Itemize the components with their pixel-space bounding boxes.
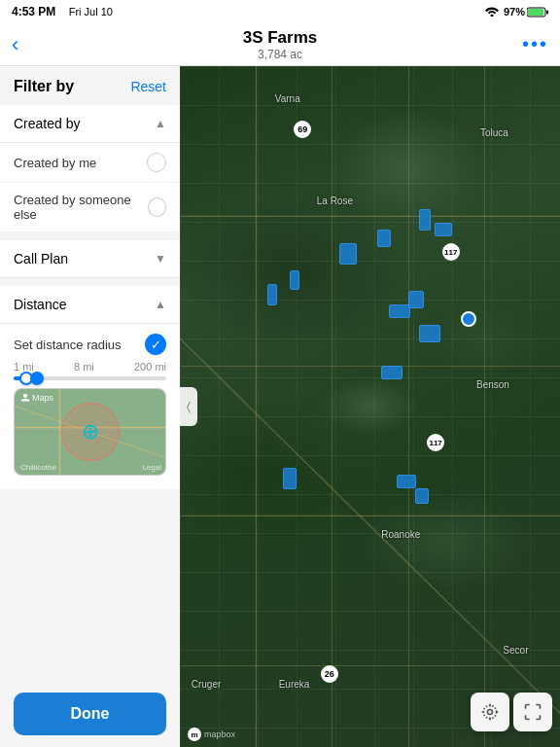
distance-chevron: ▲ xyxy=(155,298,166,311)
farm-marker-8[interactable] xyxy=(408,291,424,308)
farm-acreage: 3,784 ac xyxy=(243,48,318,61)
filter-panel: Filter by Reset Created by ▲ Created by … xyxy=(0,66,180,747)
locate-button[interactable] xyxy=(471,693,509,731)
created-by-label: Created by xyxy=(14,116,80,131)
mini-map-pin: ⊕ xyxy=(82,419,99,445)
created-by-someone-radio[interactable] xyxy=(148,197,166,217)
wifi-icon xyxy=(484,5,500,18)
farm-title: 3S Farms xyxy=(243,28,318,48)
created-by-me-label: Created by me xyxy=(14,156,96,170)
call-plan-header[interactable]: Call Plan ▼ xyxy=(0,240,180,278)
created-by-me-radio[interactable] xyxy=(147,153,166,172)
svg-point-8 xyxy=(483,705,496,718)
farm-marker-5[interactable] xyxy=(267,284,277,305)
created-by-someone-label: Created by someone else xyxy=(14,193,148,222)
distance-max: 200 mi xyxy=(134,361,166,373)
set-distance-check[interactable]: ✓ xyxy=(145,334,166,355)
farm-marker-13[interactable] xyxy=(415,488,429,504)
more-options-button[interactable]: ••• xyxy=(522,33,548,55)
svg-rect-2 xyxy=(546,10,548,14)
farm-marker-9[interactable] xyxy=(419,325,440,342)
created-by-me-option[interactable]: Created by me xyxy=(0,143,180,183)
distance-label: Distance xyxy=(14,297,66,312)
distance-min: 1 mi xyxy=(14,361,34,373)
svg-point-7 xyxy=(488,710,493,715)
svg-rect-1 xyxy=(528,9,543,16)
mini-map-apple-label: Maps xyxy=(20,393,53,403)
distance-slider[interactable] xyxy=(14,376,166,380)
status-time: 4:53 PM Fri Jul 10 xyxy=(12,5,113,18)
map-grid xyxy=(180,66,560,747)
farm-marker-12[interactable] xyxy=(397,475,416,488)
created-by-chevron: ▲ xyxy=(155,117,166,130)
farm-marker-3[interactable] xyxy=(419,209,431,231)
filter-header: Filter by Reset xyxy=(0,66,180,105)
farm-marker-7[interactable] xyxy=(389,304,410,318)
filter-scroll: Created by ▲ Created by me Created by so… xyxy=(0,105,180,681)
set-distance-row: Set distance radius ✓ xyxy=(0,324,180,359)
distance-header[interactable]: Distance ▲ xyxy=(0,286,180,324)
created-by-section: Created by ▲ Created by me Created by so… xyxy=(0,105,180,232)
filter-title: Filter by xyxy=(14,78,74,95)
done-btn-container: Done xyxy=(0,681,180,747)
farm-marker-11[interactable] xyxy=(283,468,297,489)
call-plan-chevron: ▼ xyxy=(155,252,166,266)
farm-marker-4[interactable] xyxy=(435,223,452,236)
fullscreen-button[interactable] xyxy=(513,693,552,731)
call-plan-label: Call Plan xyxy=(14,251,68,267)
slider-thumb-right[interactable] xyxy=(30,372,44,385)
battery-icon: 97% xyxy=(504,6,548,18)
set-distance-label: Set distance radius xyxy=(14,338,122,352)
farm-marker-2[interactable] xyxy=(377,230,391,247)
highway-117-n: 117 xyxy=(442,243,460,261)
distance-section: Distance ▲ Set distance radius ✓ 1 mi 8 … xyxy=(0,286,180,489)
created-by-someone-option[interactable]: Created by someone else xyxy=(0,183,180,232)
call-plan-section: Call Plan ▼ xyxy=(0,240,180,278)
map-container[interactable]: Varna Toluca La Rose Benson Roanoke Seco… xyxy=(180,66,560,747)
mini-map: ⊕ Maps Chillicothe Legal xyxy=(14,388,166,476)
created-by-header[interactable]: Created by ▲ xyxy=(0,105,180,143)
app-header: ‹ 3S Farms 3,784 ac ••• xyxy=(0,23,560,66)
farm-marker-6[interactable] xyxy=(290,270,299,290)
filter-reset-button[interactable]: Reset xyxy=(130,79,166,94)
collapse-panel-button[interactable]: 〈 xyxy=(180,387,197,426)
back-button[interactable]: ‹ xyxy=(12,32,18,57)
status-icons: 97% xyxy=(484,5,548,18)
distance-mid: 8 mi xyxy=(74,361,94,373)
highway-26: 26 xyxy=(321,665,338,683)
done-button[interactable]: Done xyxy=(14,693,166,735)
header-title-block: 3S Farms 3,784 ac xyxy=(243,28,318,61)
farm-marker-10[interactable] xyxy=(381,366,402,379)
mini-map-legal: Legal xyxy=(142,463,161,472)
farm-marker-1[interactable] xyxy=(339,243,357,265)
status-bar: 4:53 PM Fri Jul 10 97% xyxy=(0,0,560,23)
mini-map-location-label: Chillicothe xyxy=(20,463,56,472)
mapbox-attribution: m mapbox xyxy=(188,728,235,741)
